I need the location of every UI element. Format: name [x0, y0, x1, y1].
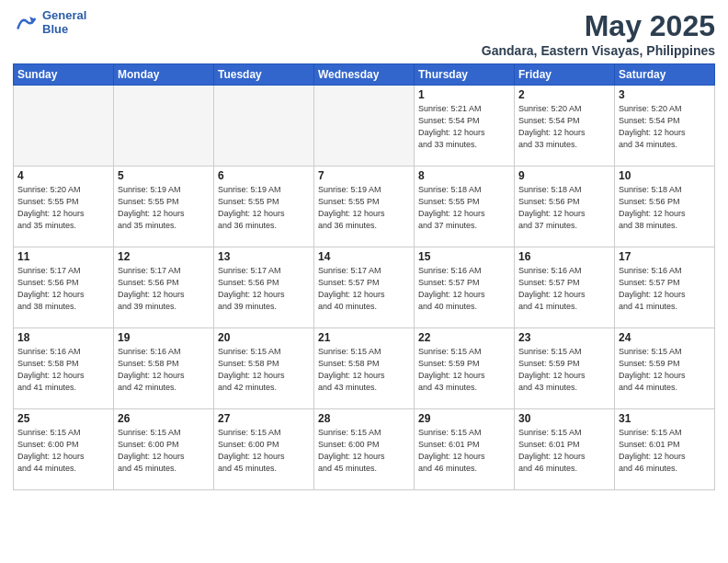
day-info: Sunrise: 5:15 AMSunset: 6:01 PMDaylight:…	[518, 427, 610, 475]
day-number: 5	[118, 169, 210, 182]
day-info: Sunrise: 5:15 AMSunset: 5:59 PMDaylight:…	[518, 346, 610, 394]
calendar-cell: 15Sunrise: 5:16 AMSunset: 5:57 PMDayligh…	[415, 247, 515, 328]
page: General Blue May 2025 Gandara, Eastern V…	[0, 0, 728, 563]
day-info: Sunrise: 5:20 AMSunset: 5:54 PMDaylight:…	[518, 103, 610, 151]
title-block: May 2025 Gandara, Eastern Visayas, Phili…	[482, 9, 715, 58]
weekday-header-wednesday: Wednesday	[314, 64, 415, 86]
calendar-cell: 19Sunrise: 5:16 AMSunset: 5:58 PMDayligh…	[114, 328, 214, 409]
weekday-header-sunday: Sunday	[14, 64, 114, 86]
calendar-cell: 13Sunrise: 5:17 AMSunset: 5:56 PMDayligh…	[214, 247, 314, 328]
weekday-header-friday: Friday	[515, 64, 615, 86]
day-number: 23	[518, 331, 610, 344]
calendar-cell: 16Sunrise: 5:16 AMSunset: 5:57 PMDayligh…	[515, 247, 615, 328]
day-number: 28	[318, 412, 410, 425]
day-info: Sunrise: 5:15 AMSunset: 6:01 PMDaylight:…	[418, 427, 510, 475]
calendar-cell: 17Sunrise: 5:16 AMSunset: 5:57 PMDayligh…	[615, 247, 715, 328]
day-info: Sunrise: 5:21 AMSunset: 5:54 PMDaylight:…	[418, 103, 510, 151]
day-number: 21	[318, 331, 410, 344]
week-row-1: 4Sunrise: 5:20 AMSunset: 5:55 PMDaylight…	[14, 167, 715, 247]
day-number: 7	[318, 169, 410, 182]
day-number: 2	[518, 88, 610, 101]
weekday-header-monday: Monday	[114, 64, 214, 86]
day-info: Sunrise: 5:17 AMSunset: 5:56 PMDaylight:…	[17, 265, 109, 313]
logo: General Blue	[13, 9, 86, 37]
logo-line2: Blue	[42, 23, 86, 37]
day-info: Sunrise: 5:15 AMSunset: 5:59 PMDaylight:…	[418, 346, 510, 394]
day-number: 25	[17, 412, 109, 425]
calendar-cell: 1Sunrise: 5:21 AMSunset: 5:54 PMDaylight…	[415, 86, 515, 167]
day-number: 12	[118, 250, 210, 263]
day-number: 1	[418, 88, 510, 101]
week-row-3: 18Sunrise: 5:16 AMSunset: 5:58 PMDayligh…	[14, 328, 715, 409]
calendar-cell: 30Sunrise: 5:15 AMSunset: 6:01 PMDayligh…	[515, 409, 615, 490]
day-info: Sunrise: 5:16 AMSunset: 5:57 PMDaylight:…	[518, 265, 610, 313]
day-number: 15	[418, 250, 510, 263]
week-row-0: 1Sunrise: 5:21 AMSunset: 5:54 PMDaylight…	[14, 86, 715, 167]
calendar-cell: 25Sunrise: 5:15 AMSunset: 6:00 PMDayligh…	[14, 409, 114, 490]
day-number: 16	[518, 250, 610, 263]
day-info: Sunrise: 5:16 AMSunset: 5:58 PMDaylight:…	[118, 346, 210, 394]
day-number: 31	[619, 412, 711, 425]
calendar-cell: 6Sunrise: 5:19 AMSunset: 5:55 PMDaylight…	[214, 167, 314, 247]
day-number: 27	[218, 412, 310, 425]
logo-icon	[13, 10, 39, 36]
day-number: 10	[619, 169, 711, 182]
day-info: Sunrise: 5:15 AMSunset: 6:00 PMDaylight:…	[318, 427, 410, 475]
day-number: 26	[118, 412, 210, 425]
calendar-cell: 4Sunrise: 5:20 AMSunset: 5:55 PMDaylight…	[14, 167, 114, 247]
day-number: 22	[418, 331, 510, 344]
week-row-2: 11Sunrise: 5:17 AMSunset: 5:56 PMDayligh…	[14, 247, 715, 328]
day-info: Sunrise: 5:15 AMSunset: 6:01 PMDaylight:…	[619, 427, 711, 475]
header: General Blue May 2025 Gandara, Eastern V…	[13, 9, 715, 58]
day-number: 6	[218, 169, 310, 182]
day-info: Sunrise: 5:18 AMSunset: 5:56 PMDaylight:…	[619, 184, 711, 232]
calendar-cell	[314, 86, 415, 167]
day-number: 14	[318, 250, 410, 263]
calendar-header: SundayMondayTuesdayWednesdayThursdayFrid…	[14, 64, 715, 86]
day-number: 20	[218, 331, 310, 344]
weekday-header-tuesday: Tuesday	[214, 64, 314, 86]
calendar-cell: 12Sunrise: 5:17 AMSunset: 5:56 PMDayligh…	[114, 247, 214, 328]
calendar-cell: 26Sunrise: 5:15 AMSunset: 6:00 PMDayligh…	[114, 409, 214, 490]
day-number: 9	[518, 169, 610, 182]
calendar-cell: 10Sunrise: 5:18 AMSunset: 5:56 PMDayligh…	[615, 167, 715, 247]
calendar-cell: 31Sunrise: 5:15 AMSunset: 6:01 PMDayligh…	[615, 409, 715, 490]
logo-line1: General	[42, 9, 86, 23]
calendar-cell: 27Sunrise: 5:15 AMSunset: 6:00 PMDayligh…	[214, 409, 314, 490]
calendar-cell: 20Sunrise: 5:15 AMSunset: 5:58 PMDayligh…	[214, 328, 314, 409]
weekday-header-thursday: Thursday	[415, 64, 515, 86]
svg-rect-0	[14, 11, 37, 34]
day-number: 3	[619, 88, 711, 101]
day-number: 24	[619, 331, 711, 344]
calendar-cell: 21Sunrise: 5:15 AMSunset: 5:58 PMDayligh…	[314, 328, 415, 409]
day-info: Sunrise: 5:18 AMSunset: 5:56 PMDaylight:…	[518, 184, 610, 232]
calendar-cell: 7Sunrise: 5:19 AMSunset: 5:55 PMDaylight…	[314, 167, 415, 247]
day-info: Sunrise: 5:20 AMSunset: 5:55 PMDaylight:…	[17, 184, 109, 232]
calendar-cell: 14Sunrise: 5:17 AMSunset: 5:57 PMDayligh…	[314, 247, 415, 328]
day-info: Sunrise: 5:17 AMSunset: 5:56 PMDaylight:…	[218, 265, 310, 313]
week-row-4: 25Sunrise: 5:15 AMSunset: 6:00 PMDayligh…	[14, 409, 715, 490]
day-number: 18	[17, 331, 109, 344]
day-info: Sunrise: 5:19 AMSunset: 5:55 PMDaylight:…	[318, 184, 410, 232]
day-info: Sunrise: 5:16 AMSunset: 5:57 PMDaylight:…	[619, 265, 711, 313]
day-number: 4	[17, 169, 109, 182]
calendar-cell	[214, 86, 314, 167]
day-info: Sunrise: 5:17 AMSunset: 5:56 PMDaylight:…	[118, 265, 210, 313]
calendar-cell: 11Sunrise: 5:17 AMSunset: 5:56 PMDayligh…	[14, 247, 114, 328]
calendar-cell: 18Sunrise: 5:16 AMSunset: 5:58 PMDayligh…	[14, 328, 114, 409]
day-info: Sunrise: 5:17 AMSunset: 5:57 PMDaylight:…	[318, 265, 410, 313]
day-info: Sunrise: 5:18 AMSunset: 5:55 PMDaylight:…	[418, 184, 510, 232]
calendar-cell: 8Sunrise: 5:18 AMSunset: 5:55 PMDaylight…	[415, 167, 515, 247]
day-number: 30	[518, 412, 610, 425]
day-number: 11	[17, 250, 109, 263]
day-info: Sunrise: 5:19 AMSunset: 5:55 PMDaylight:…	[218, 184, 310, 232]
day-info: Sunrise: 5:16 AMSunset: 5:57 PMDaylight:…	[418, 265, 510, 313]
day-number: 19	[118, 331, 210, 344]
calendar-cell: 3Sunrise: 5:20 AMSunset: 5:54 PMDaylight…	[615, 86, 715, 167]
day-info: Sunrise: 5:15 AMSunset: 6:00 PMDaylight:…	[118, 427, 210, 475]
calendar-cell: 23Sunrise: 5:15 AMSunset: 5:59 PMDayligh…	[515, 328, 615, 409]
subtitle: Gandara, Eastern Visayas, Philippines	[482, 43, 715, 58]
day-number: 13	[218, 250, 310, 263]
weekday-row: SundayMondayTuesdayWednesdayThursdayFrid…	[14, 64, 715, 86]
day-number: 29	[418, 412, 510, 425]
